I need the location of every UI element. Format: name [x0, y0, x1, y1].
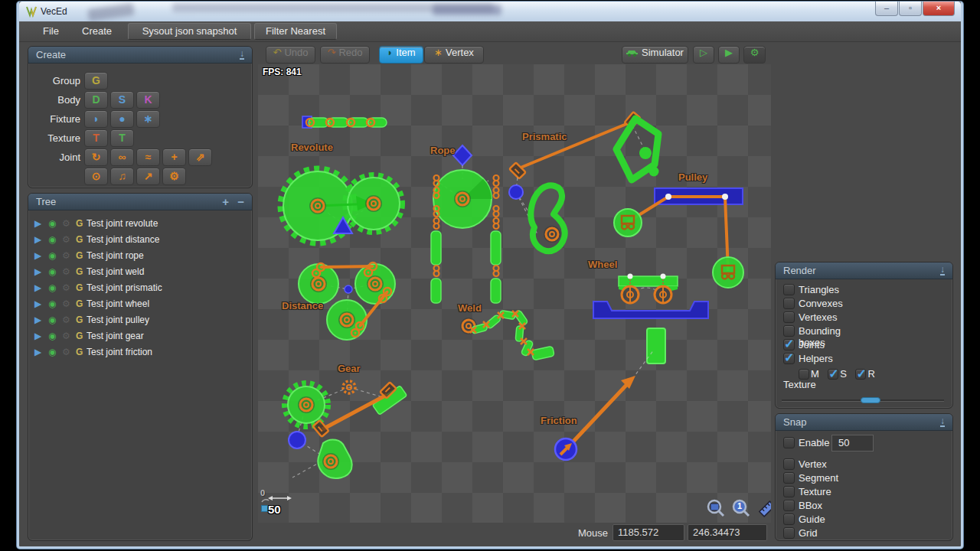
expand-icon[interactable]: ▶ — [34, 266, 41, 277]
create-fixture-polygon-button[interactable]: ◗ — [84, 110, 108, 128]
create-joint-weld-button[interactable]: + — [162, 148, 186, 166]
create-joint-gear-button[interactable]: ⚙ — [162, 168, 186, 185]
checkbox-snap-texture[interactable] — [783, 486, 795, 497]
create-group-button[interactable]: G — [84, 72, 108, 90]
zoom-100-button[interactable]: 1 — [731, 499, 752, 520]
play-button[interactable]: ▷ — [693, 46, 714, 64]
tree-item-label[interactable]: Test joint revolute — [87, 218, 158, 229]
visibility-icon[interactable]: ◉ — [48, 234, 56, 245]
checkbox-convexes[interactable] — [783, 298, 795, 309]
pulley-assembly[interactable] — [614, 188, 743, 288]
tree-item-label[interactable]: Test joint wheel — [87, 298, 149, 309]
create-joint-revolute-button[interactable]: ↻ — [84, 148, 108, 166]
create-joint-friction-button[interactable]: ↗ — [136, 168, 160, 185]
ruler-button[interactable] — [756, 499, 771, 520]
expand-icon[interactable]: ▶ — [34, 234, 41, 245]
collapse-icon[interactable]: ↓ — [240, 49, 244, 60]
revolute-gears[interactable] — [281, 169, 402, 243]
settings-icon[interactable]: ⚙ — [62, 234, 70, 245]
prismatic-assembly[interactable] — [509, 112, 658, 180]
tree-item[interactable]: ▶◉⚙GTest joint wheel — [34, 297, 249, 313]
filter-nearest-button[interactable]: Filter Nearest — [254, 23, 337, 40]
collapse-icon[interactable]: ↓ — [940, 265, 945, 276]
checkbox-vertexes[interactable] — [783, 311, 795, 323]
tree-item[interactable]: ▶◉⚙GTest joint rope — [34, 249, 249, 265]
checkbox-joints[interactable]: ✓ — [783, 339, 795, 350]
tree-item[interactable]: ▶◉⚙GTest joint friction — [34, 345, 249, 361]
create-joint-rope-button[interactable]: ≈ — [136, 148, 160, 166]
expand-icon[interactable]: ▶ — [34, 250, 41, 261]
undo-button[interactable]: ↶Undo — [266, 46, 315, 64]
friction-assembly[interactable] — [555, 350, 654, 460]
tree-item[interactable]: ▶◉⚙GTest joint prismatic — [34, 281, 249, 297]
canvas-scene[interactable] — [258, 64, 771, 523]
tree-item[interactable]: ▶◉⚙GTest joint pulley — [34, 313, 249, 329]
checkbox-bounding-boxes[interactable] — [783, 325, 795, 337]
create-body-dynamic-button[interactable]: D — [84, 91, 108, 109]
expand-icon[interactable]: ▶ — [34, 282, 41, 293]
expand-icon[interactable]: ▶ — [34, 298, 41, 309]
settings-icon[interactable]: ⚙ — [62, 250, 70, 261]
tree-item-label[interactable]: Test joint distance — [87, 234, 159, 245]
checkbox-helpers[interactable]: ✓ — [783, 353, 795, 364]
weld-assembly[interactable] — [459, 310, 554, 360]
mouse-y-field[interactable]: 246.34473 — [688, 524, 767, 541]
snap-value-field[interactable]: 50 — [831, 435, 874, 452]
settings-icon[interactable]: ⚙ — [62, 347, 70, 357]
gear-assembly[interactable] — [285, 381, 407, 478]
tree-item-label[interactable]: Test joint weld — [87, 266, 144, 277]
tree-add-icon[interactable]: + — [222, 195, 229, 208]
vertex-mode-button[interactable]: ∗Vertex — [424, 46, 484, 64]
visibility-icon[interactable]: ◉ — [48, 282, 56, 293]
expand-icon[interactable]: ▶ — [34, 218, 41, 229]
create-body-static-button[interactable]: S — [110, 91, 134, 109]
settings-icon[interactable]: ⚙ — [62, 315, 70, 325]
menu-file[interactable]: File — [43, 25, 59, 37]
tree-item-label[interactable]: Test joint prismatic — [87, 282, 162, 293]
title-bar[interactable]: VecEd – ▫ × — [19, 2, 961, 21]
zoom-fit-button[interactable] — [706, 499, 727, 520]
sim-settings-button[interactable]: ⚙ — [743, 46, 766, 64]
create-fixture-chain-button[interactable]: ∗ — [136, 110, 160, 128]
step-button[interactable]: ▶ — [718, 46, 740, 64]
checkbox-helper-s[interactable]: ✓ — [828, 369, 838, 380]
simulator-button[interactable]: Simulator — [622, 46, 688, 64]
create-body-kinematic-button[interactable]: K — [136, 91, 160, 109]
slider-handle[interactable] — [861, 397, 880, 403]
settings-icon[interactable]: ⚙ — [62, 282, 70, 293]
visibility-icon[interactable]: ◉ — [48, 266, 56, 277]
checkbox-helper-m[interactable] — [799, 369, 809, 380]
tree-item-label[interactable]: Test joint rope — [87, 250, 144, 261]
expand-icon[interactable]: ▶ — [34, 315, 41, 325]
checkbox-snap-enable[interactable] — [783, 437, 795, 448]
tree-item-label[interactable]: Test joint gear — [87, 331, 144, 341]
minimize-button[interactable]: – — [875, 2, 898, 16]
checkbox-snap-vertex[interactable] — [783, 458, 795, 470]
tree-item[interactable]: ▶◉⚙GTest joint gear — [34, 329, 249, 345]
expand-icon[interactable]: ▶ — [34, 347, 41, 357]
rope-assembly[interactable] — [431, 145, 501, 303]
mouse-x-field[interactable]: 1185.572 — [612, 524, 684, 541]
checkbox-snap-bbox[interactable] — [783, 500, 795, 511]
create-texture-button[interactable]: T — [84, 129, 108, 147]
texture-slider[interactable] — [782, 397, 944, 403]
create-joint-pulley-button[interactable]: ♫ — [110, 168, 134, 185]
create-joint-wheel-button[interactable]: ⊙ — [84, 168, 108, 185]
visibility-icon[interactable]: ◉ — [48, 250, 56, 261]
menu-create[interactable]: Create — [82, 25, 112, 37]
vase-body[interactable] — [509, 178, 565, 251]
checkbox-snap-grid[interactable] — [783, 527, 795, 539]
friction-block[interactable] — [647, 328, 665, 364]
settings-icon[interactable]: ⚙ — [62, 266, 70, 277]
tree-item-label[interactable]: Test joint friction — [87, 347, 152, 357]
visibility-icon[interactable]: ◉ — [48, 298, 56, 309]
editor-canvas[interactable]: FPS: 841 Revolute Rope Prismatic Pulley … — [258, 64, 771, 523]
create-texture-fill-button[interactable]: T — [110, 129, 134, 147]
tree-remove-icon[interactable]: − — [237, 195, 244, 208]
tree-item[interactable]: ▶◉⚙GTest joint distance — [34, 233, 249, 249]
sysout-json-snapshot-button[interactable]: Sysout json snapshot — [128, 23, 251, 40]
item-mode-button[interactable]: ◗Item — [379, 46, 423, 64]
redo-button[interactable]: ↷Redo — [320, 46, 370, 64]
visibility-icon[interactable]: ◉ — [48, 331, 56, 341]
checkbox-snap-segment[interactable] — [783, 472, 795, 484]
